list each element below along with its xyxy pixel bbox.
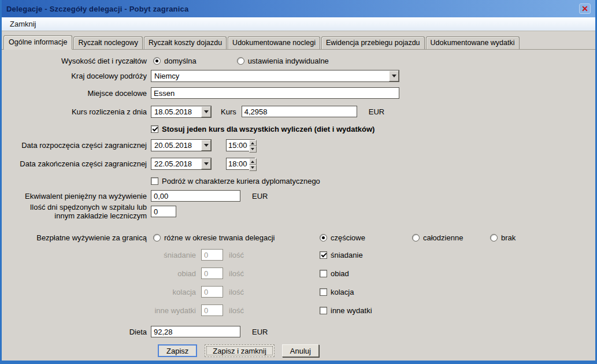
single-rate-row: Stosuj jeden kurs dla wszystkich wylicze… — [2, 122, 595, 135]
courier-checkbox[interactable] — [151, 177, 158, 185]
tab-ewidencja-przebiegu-pojazdu[interactable]: Ewidencja przebiegu pojazdu — [321, 36, 425, 49]
sniadanie-count-input — [201, 249, 223, 261]
tab-udokumentowane-wydatki[interactable]: Udokumentowane wydatki — [426, 36, 520, 49]
exchange-rate-row: Kurs rozliczenia z dnia 18.05.2018 Kurs … — [2, 105, 595, 118]
window-title: Delegacje - Szczegóły delegacji - Pobyt … — [6, 5, 188, 13]
obiad-checkbox-label: obiad — [331, 269, 349, 278]
equivalent-currency-label: EUR — [252, 192, 268, 200]
radio-brak[interactable]: brak — [490, 233, 516, 242]
radio-rozne-label: różne w okresie trwania delegacji — [164, 233, 275, 242]
hospital-days-input[interactable] — [151, 206, 176, 217]
end-date-row: Data zakończenia części zagranicznej 22.… — [2, 157, 595, 170]
rate-date-label: Kurs rozliczenia z dnia — [2, 107, 151, 116]
equivalent-label: Ekwiwalent pieniężny na wyżywienie — [2, 192, 151, 200]
inne-wydatki-checkbox[interactable] — [320, 307, 327, 314]
tab-ogolne-informacje[interactable]: Ogólne informacje — [3, 35, 72, 50]
triangle-icon — [204, 162, 209, 168]
radio-calodzienne-icon[interactable] — [412, 234, 420, 242]
dieta-input[interactable] — [151, 326, 240, 337]
chevron-down-icon[interactable] — [201, 106, 211, 117]
chevron-down-icon[interactable] — [201, 158, 211, 169]
radio-calodzienne[interactable]: całodzienne — [412, 233, 463, 242]
radio-ustawienia-label: ustawienia indywidualne — [248, 57, 329, 65]
ilosc-label: ilość — [229, 251, 244, 259]
kolacja-checkbox[interactable] — [320, 288, 327, 296]
destination-row: Miejsce docelowe — [2, 87, 595, 99]
radio-czesciowe[interactable]: częściowe — [320, 233, 365, 242]
radio-domyslna-icon[interactable] — [153, 57, 161, 65]
tab-ryczalt-koszty-dojazdu[interactable]: Ryczałt koszty dojazdu — [144, 36, 227, 49]
radio-domyslna[interactable]: domyślna — [153, 57, 196, 65]
close-button[interactable]: ✕ — [579, 3, 591, 14]
kurs-input[interactable] — [242, 106, 357, 117]
kurs-label: Kurs — [221, 107, 236, 116]
hospital-label-line2: innym zakładzie leczniczym — [54, 211, 147, 220]
inne-wydatki-checkbox-group[interactable]: inne wydatki — [320, 306, 372, 315]
spinner-buttons — [249, 158, 257, 169]
free-meals-label: Bezpłatne wyżywienie za granicą — [2, 233, 151, 242]
close-icon: ✕ — [581, 5, 588, 13]
start-time-value: 15:00 — [227, 141, 249, 150]
radio-rozne-icon[interactable] — [153, 234, 161, 242]
hospital-label: Ilość dni spędzonych w szpitalu lub inny… — [2, 203, 151, 220]
end-date-label: Data zakończenia części zagranicznej — [2, 159, 151, 168]
spin-down-icon[interactable] — [249, 165, 257, 171]
sniadanie-checkbox[interactable] — [320, 251, 327, 259]
courier-checkbox-group[interactable]: Podróż w charakterze kuriera dyplomatycz… — [151, 177, 320, 185]
rate-date-combobox[interactable]: 18.05.2018 — [151, 106, 212, 118]
single-rate-checkbox[interactable] — [151, 125, 158, 133]
menu-item-zamknij[interactable]: Zamknij — [6, 18, 40, 29]
radio-ustawienia-icon[interactable] — [237, 57, 244, 65]
courier-label: Podróż w charakterze kuriera dyplomatycz… — [162, 177, 320, 185]
menu-bar: Zamknij — [2, 17, 595, 31]
spinner-buttons — [249, 140, 257, 151]
equivalent-input[interactable] — [151, 190, 240, 202]
dialog-window: Delegacje - Szczegóły delegacji - Pobyt … — [0, 0, 597, 364]
radio-czesciowe-icon[interactable] — [320, 234, 327, 242]
tab-strip: Ogólne informacje Ryczałt noclegowy Rycz… — [2, 36, 595, 50]
start-time-spinner[interactable]: 15:00 — [226, 139, 255, 151]
start-date-row: Data rozpoczęcia części zagranicznej 20.… — [2, 139, 595, 151]
sniadanie-count-label: śniadanie — [2, 251, 201, 259]
inne-wydatki-checkbox-label: inne wydatki — [331, 306, 372, 315]
destination-input[interactable] — [151, 87, 399, 99]
end-time-spinner[interactable]: 18:00 — [226, 158, 255, 170]
cancel-button[interactable]: Anuluj — [282, 344, 319, 357]
inne-wydatki-count-label: inne wydatki — [2, 306, 201, 315]
title-bar: Delegacje - Szczegóły delegacji - Pobyt … — [2, 0, 595, 17]
country-label: Kraj docelowy podróży — [2, 72, 151, 80]
inne-wydatki-count-input — [201, 304, 223, 316]
spin-up-icon[interactable] — [249, 158, 257, 165]
tab-ryczalt-noclegowy[interactable]: Ryczałt noclegowy — [73, 36, 143, 49]
country-row: Kraj docelowy podróży Niemcy — [2, 69, 595, 82]
diet-level-row: Wysokość diet i ryczałtów domyślna ustaw… — [2, 54, 595, 67]
sniadanie-checkbox-group[interactable]: śniadanie — [320, 251, 363, 259]
ilosc-label: ilość — [229, 269, 244, 278]
save-and-close-button[interactable]: Zapisz i zamknij — [205, 344, 274, 357]
tab-udokumentowane-noclegi[interactable]: Udokumentowane noclegi — [228, 36, 320, 49]
kolacja-checkbox-group[interactable]: kolacja — [320, 288, 354, 296]
chevron-down-icon[interactable] — [201, 140, 211, 151]
ilosc-label: ilość — [229, 288, 244, 296]
kolacja-count-input — [201, 286, 223, 298]
obiad-checkbox[interactable] — [320, 270, 327, 277]
country-combobox[interactable]: Niemcy — [151, 70, 399, 82]
end-date-combobox[interactable]: 22.05.2018 — [151, 158, 212, 170]
dialog-content: Ogólne informacje Ryczałt noclegowy Rycz… — [2, 31, 595, 361]
radio-ustawienia-indywidualne[interactable]: ustawienia indywidualne — [237, 57, 329, 65]
chevron-down-icon[interactable] — [389, 70, 399, 81]
equivalent-row: Ekwiwalent pieniężny na wyżywienie EUR — [2, 190, 595, 202]
single-rate-checkbox-group[interactable]: Stosuj jeden kurs dla wszystkich wylicze… — [151, 125, 374, 133]
dieta-currency-label: EUR — [252, 328, 268, 336]
hospital-row: Ilość dni spędzonych w szpitalu lub inny… — [2, 201, 595, 222]
obiad-checkbox-group[interactable]: obiad — [320, 269, 349, 278]
button-row: Zapisz Zapisz i zamknij Anuluj — [2, 344, 595, 357]
spin-down-icon[interactable] — [249, 146, 257, 153]
spin-up-icon[interactable] — [249, 140, 257, 146]
start-date-combobox[interactable]: 20.05.2018 — [151, 139, 212, 151]
radio-rozne[interactable]: różne w okresie trwania delegacji — [153, 233, 275, 242]
start-date-label: Data rozpoczęcia części zagranicznej — [2, 141, 151, 150]
save-button[interactable]: Zapisz — [158, 344, 197, 357]
radio-calodzienne-label: całodzienne — [423, 233, 463, 242]
radio-brak-icon[interactable] — [490, 234, 498, 242]
